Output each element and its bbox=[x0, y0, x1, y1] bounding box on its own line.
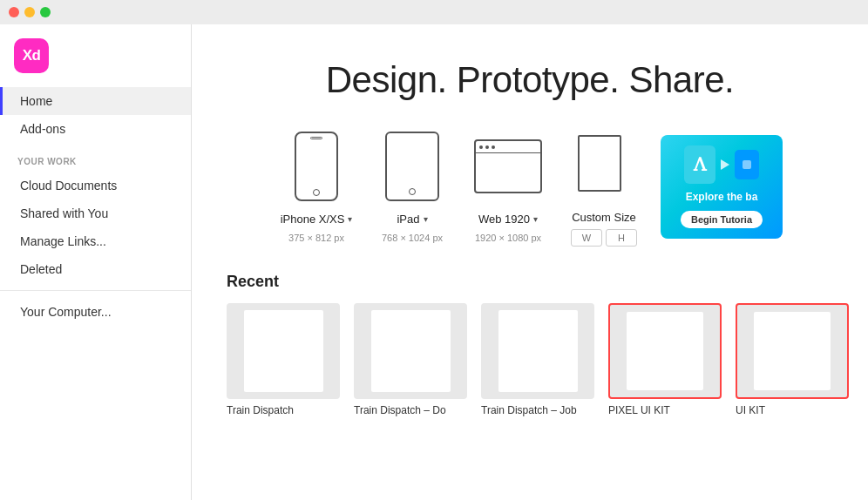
sidebar-section-your-work: YOUR WORK bbox=[0, 143, 191, 172]
app-container: Xd Home Add-ons YOUR WORK Cloud Document… bbox=[0, 24, 868, 500]
tutorial-banner: Ʌ Explore the ba Begin Tutoria bbox=[661, 135, 783, 240]
preset-ipad-dims: 768 × 1024 px bbox=[382, 233, 443, 243]
custom-size-inputs bbox=[571, 229, 637, 247]
custom-page bbox=[578, 135, 621, 192]
preset-web1920-dims: 1920 × 1080 px bbox=[475, 233, 541, 243]
iphone-shape bbox=[295, 132, 338, 201]
preset-iphone-dims: 375 × 812 px bbox=[288, 233, 344, 243]
recent-card-label-0: Train Dispatch bbox=[227, 404, 340, 416]
preset-ipad-label: iPad ▾ bbox=[397, 213, 427, 226]
tutorial-icon-secondary bbox=[735, 150, 759, 179]
recent-thumb-inner-1 bbox=[371, 310, 451, 392]
sidebar-nav: Home Add-ons YOUR WORK Cloud Documents S… bbox=[0, 87, 191, 326]
tutorial-text: Explore the ba bbox=[686, 191, 758, 205]
tutorial-a-icon: Ʌ bbox=[694, 154, 706, 175]
recent-thumb-4 bbox=[736, 303, 849, 399]
hero-title: Design. Prototype. Share. bbox=[209, 59, 851, 101]
sidebar-item-deleted[interactable]: Deleted bbox=[0, 255, 191, 283]
recent-title: Recent bbox=[227, 273, 833, 291]
preset-ipad-icon bbox=[373, 127, 451, 206]
recent-card-0[interactable]: Train Dispatch bbox=[227, 303, 340, 416]
preset-iphone[interactable]: iPhone X/XS ▾ 375 × 812 px bbox=[277, 127, 356, 243]
iphone-home-button bbox=[313, 189, 320, 196]
recent-thumb-inner-0 bbox=[244, 310, 323, 392]
recent-section: Recent Train Dispatch Train Dispatch – D… bbox=[192, 264, 868, 434]
custom-width-input[interactable] bbox=[571, 229, 602, 247]
iphone-chevron-icon: ▾ bbox=[348, 214, 352, 224]
recent-card-1[interactable]: Train Dispatch – Do bbox=[354, 303, 467, 416]
preset-custom-label: Custom Size bbox=[572, 211, 636, 224]
recent-grid: Train Dispatch Train Dispatch – Do Train… bbox=[227, 303, 833, 416]
close-button[interactable] bbox=[9, 7, 19, 17]
preset-iphone-label: iPhone X/XS ▾ bbox=[281, 213, 353, 226]
recent-card-3[interactable]: PIXEL UI KIT bbox=[608, 303, 722, 416]
web-dot-1 bbox=[479, 145, 483, 149]
web-shape bbox=[474, 139, 542, 193]
minimize-button[interactable] bbox=[24, 7, 35, 17]
sidebar-item-your-computer[interactable]: Your Computer... bbox=[0, 298, 191, 326]
preset-web1920-icon bbox=[469, 127, 547, 206]
sidebar-item-shared-with-you[interactable]: Shared with You bbox=[0, 199, 191, 227]
preset-web1920[interactable]: Web 1920 ▾ 1920 × 1080 px bbox=[469, 127, 547, 243]
tutorial-arrow-icon bbox=[721, 159, 729, 170]
web-dot-3 bbox=[492, 145, 495, 149]
presets-area: iPhone X/XS ▾ 375 × 812 px iPad ▾ 768 × … bbox=[192, 118, 868, 264]
recent-card-label-4: UI KIT bbox=[736, 404, 849, 416]
recent-thumb-1 bbox=[354, 303, 467, 399]
tutorial-icon-main: Ʌ bbox=[684, 145, 715, 184]
recent-thumb-inner-2 bbox=[498, 310, 578, 392]
preset-custom[interactable]: Custom Size bbox=[565, 127, 643, 247]
logo-area: Xd bbox=[0, 35, 191, 87]
tutorial-icons: Ʌ bbox=[684, 145, 759, 184]
begin-tutorial-button[interactable]: Begin Tutoria bbox=[681, 211, 763, 228]
ipad-home-button bbox=[409, 188, 416, 195]
custom-shape bbox=[578, 135, 630, 198]
preset-web1920-label: Web 1920 ▾ bbox=[478, 213, 538, 226]
recent-card-label-1: Train Dispatch – Do bbox=[354, 404, 467, 416]
recent-card-label-3: PIXEL UI KIT bbox=[608, 404, 722, 416]
sidebar-item-home[interactable]: Home bbox=[0, 87, 191, 115]
ipad-shape bbox=[385, 132, 439, 201]
recent-thumb-2 bbox=[481, 303, 594, 399]
main-content: Design. Prototype. Share. iPhone X/XS ▾ … bbox=[192, 24, 868, 500]
sidebar-item-addons[interactable]: Add-ons bbox=[0, 115, 191, 143]
traffic-lights bbox=[9, 7, 51, 17]
title-bar bbox=[0, 0, 868, 24]
hero-section: Design. Prototype. Share. bbox=[192, 24, 868, 118]
iphone-notch bbox=[310, 137, 322, 139]
sidebar: Xd Home Add-ons YOUR WORK Cloud Document… bbox=[0, 24, 192, 500]
tutorial-icon-inner bbox=[743, 160, 751, 169]
custom-height-input[interactable] bbox=[606, 229, 637, 247]
xd-logo: Xd bbox=[14, 38, 49, 73]
recent-thumb-0 bbox=[227, 303, 340, 399]
recent-card-4[interactable]: UI KIT bbox=[736, 303, 849, 416]
web-dot-2 bbox=[485, 145, 489, 149]
sidebar-divider bbox=[0, 290, 191, 291]
sidebar-item-manage-links[interactable]: Manage Links... bbox=[0, 227, 191, 255]
preset-ipad[interactable]: iPad ▾ 768 × 1024 px bbox=[373, 127, 451, 243]
recent-card-2[interactable]: Train Dispatch – Job bbox=[481, 303, 594, 416]
preset-custom-icon bbox=[565, 127, 643, 206]
ipad-chevron-icon: ▾ bbox=[424, 214, 428, 224]
maximize-button[interactable] bbox=[40, 7, 51, 17]
web-titlebar bbox=[476, 141, 540, 153]
preset-iphone-icon bbox=[277, 127, 356, 206]
recent-thumb-inner-4 bbox=[754, 312, 831, 390]
sidebar-item-cloud-documents[interactable]: Cloud Documents bbox=[0, 172, 191, 199]
recent-thumb-3 bbox=[608, 303, 722, 399]
web1920-chevron-icon: ▾ bbox=[533, 214, 538, 224]
recent-thumb-inner-3 bbox=[627, 312, 703, 390]
recent-card-label-2: Train Dispatch – Job bbox=[481, 404, 594, 416]
